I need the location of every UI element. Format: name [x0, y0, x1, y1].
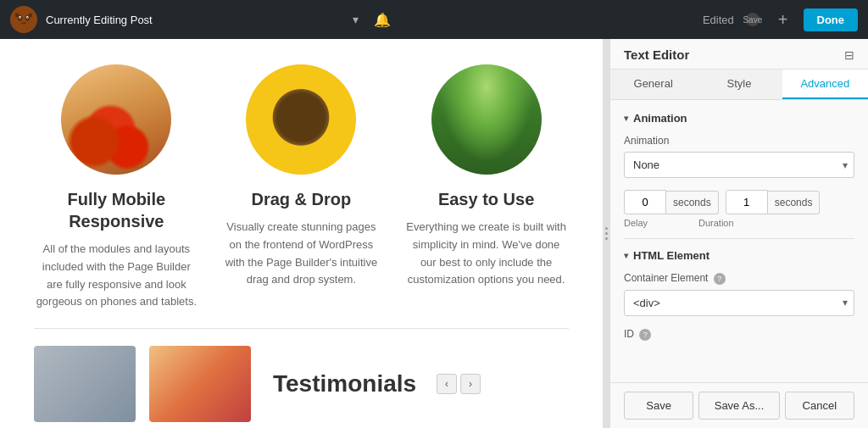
edited-status: Edited [703, 14, 734, 26]
drag-dot [605, 237, 608, 240]
accordion-arrow-icon: ▾ [624, 114, 628, 123]
feature-title-2: Easy to Use [403, 188, 569, 210]
testimonial-thumb-1 [34, 346, 136, 422]
topbar: Currently Editing Post ▾ 🔔 Edited Save +… [0, 0, 868, 39]
minimize-panel-icon[interactable]: ⊟ [844, 48, 854, 62]
html-element-section-label: HTML Element [633, 249, 709, 262]
delay-group: seconds [624, 190, 719, 214]
html-element-accordion-header[interactable]: ▾ HTML Element [624, 249, 854, 262]
done-button[interactable]: Done [804, 8, 859, 31]
animation-field: Animation None Fade Slide Bounce Zoom ▾ [624, 135, 854, 178]
container-select-wrapper: <div> <section> <article> <aside> <heade… [624, 290, 854, 316]
panel-footer: Save Save As... Cancel [610, 382, 868, 428]
duration-suffix: seconds [768, 191, 821, 214]
save-button[interactable]: Save [624, 392, 693, 420]
svg-point-0 [13, 8, 35, 31]
main-layout: Fully Mobile Responsive All of the modul… [0, 39, 868, 428]
animation-section-label: Animation [633, 112, 687, 125]
panel-header: Text Editor ⊟ [610, 39, 868, 69]
notification-bell-icon[interactable]: 🔔 [374, 12, 391, 28]
tab-advanced[interactable]: Advanced [782, 69, 868, 99]
id-help-icon[interactable]: ? [639, 329, 651, 341]
delay-suffix: seconds [666, 191, 719, 214]
container-help-icon[interactable]: ? [714, 273, 726, 285]
feature-item-responsive: Fully Mobile Responsive All of the modul… [34, 64, 199, 311]
duration-group: seconds [726, 190, 821, 214]
animation-field-label: Animation [624, 135, 854, 147]
id-field: ID ? [624, 328, 854, 341]
topbar-title: Currently Editing Post [46, 14, 341, 26]
side-panel: Text Editor ⊟ General Style Advanced ▾ A… [609, 39, 868, 428]
delay-input[interactable] [624, 190, 666, 214]
svg-point-8 [29, 13, 32, 17]
panel-content: ▾ Animation Animation None Fade Slide Bo… [610, 100, 868, 382]
tab-general[interactable]: General [610, 69, 696, 99]
feature-item-easy: Easy to Use Everything we create is buil… [403, 64, 569, 311]
panel-tabs: General Style Advanced [610, 69, 868, 100]
number-labels: Delay Duration [624, 218, 854, 228]
feature-image-sunflower [246, 64, 356, 175]
feature-title-0: Fully Mobile Responsive [34, 188, 199, 232]
panel-resize-handle[interactable] [603, 39, 609, 428]
drag-dot [605, 232, 608, 235]
duration-label: Duration [698, 218, 766, 228]
duration-input[interactable] [726, 190, 768, 214]
delay-label: Delay [624, 218, 692, 228]
features-row: Fully Mobile Responsive All of the modul… [34, 64, 569, 311]
animation-select-wrapper: None Fade Slide Bounce Zoom ▾ [624, 152, 854, 178]
html-element-section: ▾ HTML Element Container Element ? <div>… [624, 249, 854, 341]
testimonials-row: Testimonials ‹ › [34, 346, 569, 422]
feature-item-dragdrop: Drag & Drop Visually create stunning pag… [225, 64, 379, 311]
testimonial-thumb-2 [149, 346, 251, 422]
svg-point-6 [27, 17, 28, 18]
testimonials-prev-button[interactable]: ‹ [437, 374, 457, 394]
container-element-label: Container Element ? [624, 272, 854, 285]
container-select[interactable]: <div> <section> <article> <aside> <heade… [624, 290, 854, 316]
animation-section: ▾ Animation Animation None Fade Slide Bo… [624, 112, 854, 228]
feature-title-1: Drag & Drop [225, 188, 379, 210]
help-icon[interactable]: Save [746, 13, 760, 26]
feature-image-strawberry [61, 64, 171, 175]
testimonials-next-button[interactable]: › [460, 374, 481, 394]
panel-title: Text Editor [624, 47, 689, 62]
section-divider [624, 238, 854, 239]
feature-desc-1: Visually create stunning pages on the fr… [225, 219, 379, 289]
html-accordion-arrow-icon: ▾ [624, 251, 628, 260]
delay-duration-row: seconds seconds [624, 190, 854, 214]
chevron-down-icon[interactable]: ▾ [353, 13, 359, 26]
feature-desc-2: Everything we create is built with simpl… [403, 219, 569, 289]
animation-accordion-header[interactable]: ▾ Animation [624, 112, 854, 125]
save-as-button[interactable]: Save As... [698, 392, 779, 420]
section-divider [34, 328, 569, 329]
drag-dot [605, 227, 608, 230]
add-plus-icon[interactable]: + [778, 10, 788, 30]
animation-select[interactable]: None Fade Slide Bounce Zoom [624, 152, 854, 178]
cancel-button[interactable]: Cancel [785, 392, 854, 420]
testimonials-nav: ‹ › [437, 374, 481, 394]
feature-desc-0: All of the modules and layouts included … [34, 241, 199, 311]
id-field-label: ID ? [624, 328, 854, 341]
feature-image-grass [431, 64, 542, 175]
testimonials-title: Testimonials [273, 370, 416, 397]
container-element-field: Container Element ? <div> <section> <art… [624, 272, 854, 316]
content-area: Fully Mobile Responsive All of the modul… [0, 39, 603, 428]
site-logo [10, 6, 37, 33]
svg-point-5 [19, 17, 20, 18]
tab-style[interactable]: Style [696, 69, 782, 99]
svg-point-7 [15, 13, 19, 17]
